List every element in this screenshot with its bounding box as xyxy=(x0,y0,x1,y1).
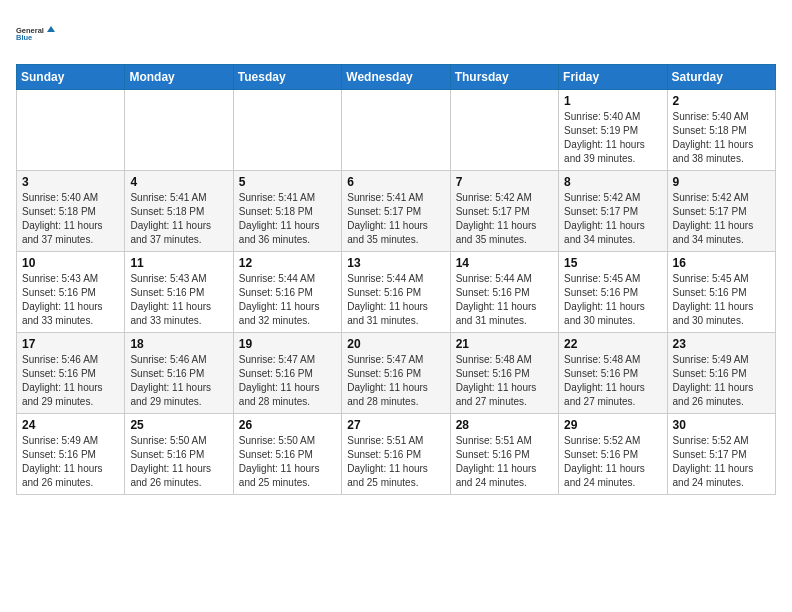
day-number: 11 xyxy=(130,256,227,270)
day-number: 9 xyxy=(673,175,770,189)
calendar-cell: 29Sunrise: 5:52 AM Sunset: 5:16 PM Dayli… xyxy=(559,414,667,495)
calendar-cell: 6Sunrise: 5:41 AM Sunset: 5:17 PM Daylig… xyxy=(342,171,450,252)
day-number: 29 xyxy=(564,418,661,432)
calendar-cell: 24Sunrise: 5:49 AM Sunset: 5:16 PM Dayli… xyxy=(17,414,125,495)
day-info: Sunrise: 5:48 AM Sunset: 5:16 PM Dayligh… xyxy=(564,353,661,409)
logo: General Blue xyxy=(16,16,56,52)
calendar-cell: 14Sunrise: 5:44 AM Sunset: 5:16 PM Dayli… xyxy=(450,252,558,333)
day-number: 19 xyxy=(239,337,336,351)
calendar-week-5: 24Sunrise: 5:49 AM Sunset: 5:16 PM Dayli… xyxy=(17,414,776,495)
calendar-cell: 28Sunrise: 5:51 AM Sunset: 5:16 PM Dayli… xyxy=(450,414,558,495)
col-header-monday: Monday xyxy=(125,65,233,90)
day-number: 3 xyxy=(22,175,119,189)
calendar-cell: 13Sunrise: 5:44 AM Sunset: 5:16 PM Dayli… xyxy=(342,252,450,333)
day-info: Sunrise: 5:46 AM Sunset: 5:16 PM Dayligh… xyxy=(22,353,119,409)
day-info: Sunrise: 5:43 AM Sunset: 5:16 PM Dayligh… xyxy=(130,272,227,328)
calendar-cell: 2Sunrise: 5:40 AM Sunset: 5:18 PM Daylig… xyxy=(667,90,775,171)
calendar-week-1: 1Sunrise: 5:40 AM Sunset: 5:19 PM Daylig… xyxy=(17,90,776,171)
logo-svg: General Blue xyxy=(16,16,56,52)
day-info: Sunrise: 5:47 AM Sunset: 5:16 PM Dayligh… xyxy=(239,353,336,409)
calendar-cell xyxy=(450,90,558,171)
day-number: 28 xyxy=(456,418,553,432)
day-number: 26 xyxy=(239,418,336,432)
col-header-wednesday: Wednesday xyxy=(342,65,450,90)
calendar-cell: 22Sunrise: 5:48 AM Sunset: 5:16 PM Dayli… xyxy=(559,333,667,414)
day-info: Sunrise: 5:41 AM Sunset: 5:18 PM Dayligh… xyxy=(130,191,227,247)
calendar-cell: 11Sunrise: 5:43 AM Sunset: 5:16 PM Dayli… xyxy=(125,252,233,333)
day-number: 30 xyxy=(673,418,770,432)
day-number: 1 xyxy=(564,94,661,108)
col-header-tuesday: Tuesday xyxy=(233,65,341,90)
col-header-sunday: Sunday xyxy=(17,65,125,90)
calendar-cell: 21Sunrise: 5:48 AM Sunset: 5:16 PM Dayli… xyxy=(450,333,558,414)
svg-marker-2 xyxy=(47,26,55,32)
day-number: 24 xyxy=(22,418,119,432)
calendar-cell: 4Sunrise: 5:41 AM Sunset: 5:18 PM Daylig… xyxy=(125,171,233,252)
day-info: Sunrise: 5:51 AM Sunset: 5:16 PM Dayligh… xyxy=(347,434,444,490)
calendar-cell: 27Sunrise: 5:51 AM Sunset: 5:16 PM Dayli… xyxy=(342,414,450,495)
calendar-cell: 19Sunrise: 5:47 AM Sunset: 5:16 PM Dayli… xyxy=(233,333,341,414)
day-number: 23 xyxy=(673,337,770,351)
calendar-cell: 20Sunrise: 5:47 AM Sunset: 5:16 PM Dayli… xyxy=(342,333,450,414)
col-header-thursday: Thursday xyxy=(450,65,558,90)
day-number: 2 xyxy=(673,94,770,108)
calendar-cell xyxy=(125,90,233,171)
svg-text:Blue: Blue xyxy=(16,33,32,42)
day-info: Sunrise: 5:50 AM Sunset: 5:16 PM Dayligh… xyxy=(130,434,227,490)
day-info: Sunrise: 5:41 AM Sunset: 5:18 PM Dayligh… xyxy=(239,191,336,247)
day-number: 16 xyxy=(673,256,770,270)
day-info: Sunrise: 5:49 AM Sunset: 5:16 PM Dayligh… xyxy=(22,434,119,490)
day-info: Sunrise: 5:45 AM Sunset: 5:16 PM Dayligh… xyxy=(673,272,770,328)
day-info: Sunrise: 5:44 AM Sunset: 5:16 PM Dayligh… xyxy=(456,272,553,328)
day-number: 7 xyxy=(456,175,553,189)
calendar-cell xyxy=(17,90,125,171)
day-number: 8 xyxy=(564,175,661,189)
day-info: Sunrise: 5:42 AM Sunset: 5:17 PM Dayligh… xyxy=(564,191,661,247)
day-info: Sunrise: 5:44 AM Sunset: 5:16 PM Dayligh… xyxy=(347,272,444,328)
page-header: General Blue xyxy=(16,16,776,52)
calendar-cell: 25Sunrise: 5:50 AM Sunset: 5:16 PM Dayli… xyxy=(125,414,233,495)
day-number: 14 xyxy=(456,256,553,270)
calendar-cell: 12Sunrise: 5:44 AM Sunset: 5:16 PM Dayli… xyxy=(233,252,341,333)
calendar-header: SundayMondayTuesdayWednesdayThursdayFrid… xyxy=(17,65,776,90)
calendar-cell: 3Sunrise: 5:40 AM Sunset: 5:18 PM Daylig… xyxy=(17,171,125,252)
day-info: Sunrise: 5:40 AM Sunset: 5:18 PM Dayligh… xyxy=(673,110,770,166)
calendar-week-4: 17Sunrise: 5:46 AM Sunset: 5:16 PM Dayli… xyxy=(17,333,776,414)
day-info: Sunrise: 5:49 AM Sunset: 5:16 PM Dayligh… xyxy=(673,353,770,409)
day-info: Sunrise: 5:50 AM Sunset: 5:16 PM Dayligh… xyxy=(239,434,336,490)
day-number: 15 xyxy=(564,256,661,270)
day-info: Sunrise: 5:42 AM Sunset: 5:17 PM Dayligh… xyxy=(456,191,553,247)
calendar-cell: 15Sunrise: 5:45 AM Sunset: 5:16 PM Dayli… xyxy=(559,252,667,333)
day-info: Sunrise: 5:48 AM Sunset: 5:16 PM Dayligh… xyxy=(456,353,553,409)
day-info: Sunrise: 5:52 AM Sunset: 5:17 PM Dayligh… xyxy=(673,434,770,490)
day-number: 18 xyxy=(130,337,227,351)
day-info: Sunrise: 5:47 AM Sunset: 5:16 PM Dayligh… xyxy=(347,353,444,409)
calendar-cell: 7Sunrise: 5:42 AM Sunset: 5:17 PM Daylig… xyxy=(450,171,558,252)
day-info: Sunrise: 5:40 AM Sunset: 5:18 PM Dayligh… xyxy=(22,191,119,247)
day-info: Sunrise: 5:46 AM Sunset: 5:16 PM Dayligh… xyxy=(130,353,227,409)
calendar-cell: 9Sunrise: 5:42 AM Sunset: 5:17 PM Daylig… xyxy=(667,171,775,252)
calendar-cell: 8Sunrise: 5:42 AM Sunset: 5:17 PM Daylig… xyxy=(559,171,667,252)
calendar-cell: 1Sunrise: 5:40 AM Sunset: 5:19 PM Daylig… xyxy=(559,90,667,171)
day-number: 21 xyxy=(456,337,553,351)
calendar-cell: 5Sunrise: 5:41 AM Sunset: 5:18 PM Daylig… xyxy=(233,171,341,252)
calendar-cell: 26Sunrise: 5:50 AM Sunset: 5:16 PM Dayli… xyxy=(233,414,341,495)
day-number: 20 xyxy=(347,337,444,351)
col-header-saturday: Saturday xyxy=(667,65,775,90)
calendar-cell: 17Sunrise: 5:46 AM Sunset: 5:16 PM Dayli… xyxy=(17,333,125,414)
day-number: 10 xyxy=(22,256,119,270)
calendar-week-2: 3Sunrise: 5:40 AM Sunset: 5:18 PM Daylig… xyxy=(17,171,776,252)
col-header-friday: Friday xyxy=(559,65,667,90)
calendar-cell xyxy=(233,90,341,171)
day-info: Sunrise: 5:43 AM Sunset: 5:16 PM Dayligh… xyxy=(22,272,119,328)
calendar-cell: 18Sunrise: 5:46 AM Sunset: 5:16 PM Dayli… xyxy=(125,333,233,414)
calendar-cell: 23Sunrise: 5:49 AM Sunset: 5:16 PM Dayli… xyxy=(667,333,775,414)
day-number: 12 xyxy=(239,256,336,270)
day-number: 6 xyxy=(347,175,444,189)
calendar-cell: 16Sunrise: 5:45 AM Sunset: 5:16 PM Dayli… xyxy=(667,252,775,333)
calendar-cell: 10Sunrise: 5:43 AM Sunset: 5:16 PM Dayli… xyxy=(17,252,125,333)
day-number: 4 xyxy=(130,175,227,189)
day-number: 17 xyxy=(22,337,119,351)
day-info: Sunrise: 5:41 AM Sunset: 5:17 PM Dayligh… xyxy=(347,191,444,247)
day-number: 13 xyxy=(347,256,444,270)
